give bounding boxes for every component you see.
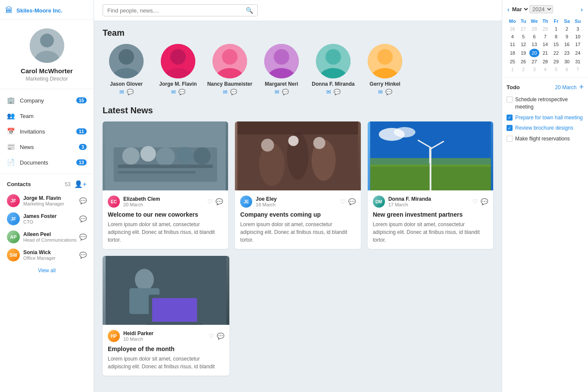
cal-day-cell[interactable]: 5 [519,33,529,40]
team-name-nancy: Nancy Baumeister [207,81,253,87]
todo-checkbox-2[interactable] [507,125,513,131]
cal-day-cell[interactable]: 28 [529,25,540,32]
cal-day-cell[interactable]: 23 [562,49,572,57]
cal-day-cell[interactable]: 26 [507,25,518,32]
todo-header: Todo 20 March + [507,83,584,92]
nav-item-company[interactable]: 🏢 Company 15 [0,93,94,108]
cal-day-cell[interactable]: 27 [529,58,540,65]
like-icon-0[interactable]: ♡ [207,198,213,205]
contact-chat-james[interactable]: 💬 [79,215,87,222]
cal-year-select[interactable]: 2024 20232025 [529,5,553,13]
svg-point-36 [313,137,325,149]
cal-day-cell[interactable]: 22 [551,49,561,57]
nav-item-documents[interactable]: 📄 Documents 13 [0,155,94,170]
cal-day-cell[interactable]: 2 [519,66,529,73]
cal-day-cell[interactable]: 18 [507,49,518,57]
cal-day-cell[interactable]: 17 [573,41,583,48]
contact-sonia[interactable]: SW Sonia Wick Office Manager 💬 [0,246,94,264]
cal-day-cell[interactable]: 3 [573,25,583,32]
cal-day-cell[interactable]: 7 [540,33,550,40]
contact-aileen[interactable]: AP Aileen Peel Head of Communications 💬 [0,228,94,246]
email-icon-jason[interactable]: ✉ [119,89,124,95]
cal-next-button[interactable]: › [580,6,584,13]
todo-add-button[interactable]: + [579,83,584,92]
cal-prev-button[interactable]: ‹ [507,6,510,13]
cal-day-cell[interactable]: 1 [507,66,518,73]
todo-text-2: Review brochure designs [515,124,573,132]
cal-day-cell[interactable]: 29 [551,58,561,65]
cal-day-cell[interactable]: 15 [551,41,561,48]
cal-day-cell[interactable]: 13 [529,41,540,48]
contacts-header: Contacts 53 👤+ [0,178,94,192]
team-row: Jason Glover ✉ 💬 Jorge M. Flavin ✉ [103,44,493,95]
email-icon-gerry[interactable]: ✉ [378,89,383,95]
cal-day-cell[interactable]: 8 [551,33,561,40]
comment-icon-1[interactable]: 💬 [348,198,356,205]
company-header[interactable]: 🏛 Skiles-Moore Inc. [0,0,94,20]
contact-chat-sonia[interactable]: 💬 [79,252,87,258]
chat-icon-jason[interactable]: 💬 [127,89,134,95]
cal-day-cell[interactable]: 26 [519,58,529,65]
contact-james[interactable]: JF James Foster CTO 💬 [0,210,94,228]
contact-chat-jorge[interactable]: 💬 [79,197,87,204]
contact-chat-aileen[interactable]: 💬 [79,233,87,240]
cal-month-select[interactable]: Mar JanFebApr [510,6,529,13]
cal-day-cell[interactable]: 6 [562,66,572,73]
cal-day-cell[interactable]: 6 [529,33,540,40]
comment-icon-0[interactable]: 💬 [216,198,223,205]
cal-day-cell[interactable]: 25 [507,58,518,65]
comment-icon-3[interactable]: 💬 [217,333,224,339]
contact-jorge[interactable]: JF Jorge M. Flavin Marketing Manager 💬 [0,192,94,210]
cal-day-cell[interactable]: 29 [540,25,550,32]
search-input[interactable] [107,7,246,14]
view-all-button[interactable]: View all [0,264,94,277]
news-body-0: Lorem ipsum dolor sit amet, consectetur … [108,221,223,244]
cal-day-cell[interactable]: 4 [507,33,518,40]
chat-icon-nancy[interactable]: 💬 [230,89,237,95]
cal-day-cell[interactable]: 10 [573,33,583,40]
email-icon-nancy[interactable]: ✉ [223,89,228,95]
cal-day-cell[interactable]: 24 [573,49,583,57]
cal-day-cell[interactable]: 28 [540,58,550,65]
team-name-gerry: Gerry Hinkel [369,81,400,87]
cal-day-cell[interactable]: 20 [529,49,540,57]
cal-day-cell[interactable]: 12 [519,41,529,48]
comment-icon-2[interactable]: 💬 [481,198,488,205]
nav-item-team[interactable]: 👥 Team [0,108,94,124]
nav-item-news[interactable]: 📰 News 3 [0,139,94,155]
cal-day-cell[interactable]: 30 [562,58,572,65]
contact-info-aileen: Aileen Peel Head of Communications [23,231,79,243]
cal-day-cell[interactable]: 4 [540,66,550,73]
like-icon-1[interactable]: ♡ [340,198,346,205]
cal-day-cell[interactable]: 19 [519,49,529,57]
add-contact-icon[interactable]: 👤+ [74,180,87,188]
cal-day-cell[interactable]: 16 [562,41,572,48]
search-icon[interactable]: 🔍 [246,7,253,14]
email-icon-donna[interactable]: ✉ [326,89,331,95]
email-icon-jorge[interactable]: ✉ [171,89,176,95]
email-icon-margaret[interactable]: ✉ [275,89,279,95]
nav-item-invitations[interactable]: 📅 Invitations 11 [0,124,94,139]
cal-day-cell[interactable]: 27 [519,25,529,32]
cal-day-cell[interactable]: 7 [573,66,583,73]
todo-checkbox-3[interactable] [507,136,513,142]
cal-day-cell[interactable]: 14 [540,41,550,48]
chat-icon-gerry[interactable]: 💬 [385,89,392,95]
cal-day-cell[interactable]: 2 [562,25,572,32]
cal-day-cell[interactable]: 11 [507,41,518,48]
chat-icon-margaret[interactable]: 💬 [282,89,289,95]
cal-day-cell[interactable]: 21 [540,49,550,57]
chat-icon-donna[interactable]: 💬 [334,89,341,95]
todo-checkbox-1[interactable] [507,115,513,121]
cal-day-cell[interactable]: 9 [562,33,572,40]
cal-day-cell[interactable]: 5 [551,66,561,73]
like-icon-2[interactable]: ♡ [472,198,478,205]
todo-checkbox-0[interactable] [507,96,513,103]
chat-icon-jorge[interactable]: 💬 [178,89,185,95]
cal-day-cell[interactable]: 3 [529,66,540,73]
like-icon-3[interactable]: ♡ [209,333,214,339]
news-card-3: HP Heidi Parker 10 March ♡ 💬 Employee of… [103,256,229,376]
cal-day-cell[interactable]: 31 [573,58,583,65]
cal-day-cell[interactable]: 1 [551,25,561,32]
contact-info-james: James Foster CTO [23,213,79,224]
